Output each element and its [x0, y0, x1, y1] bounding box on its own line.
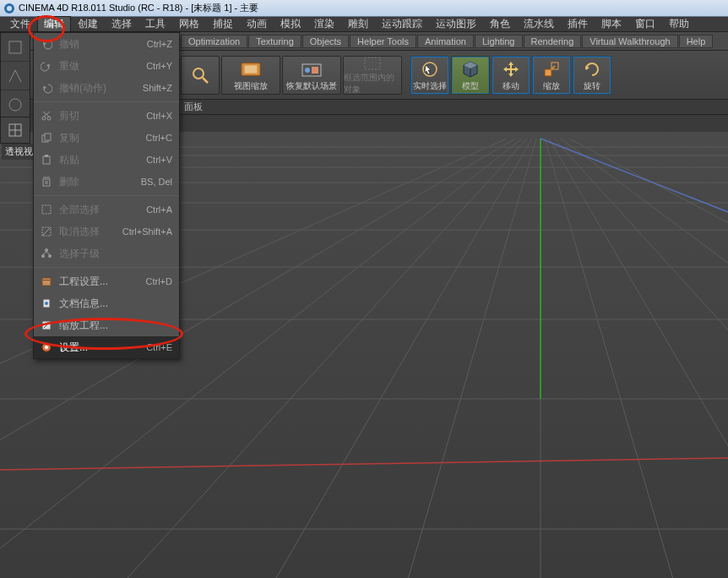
menu-item-label: 撤销(动作) [59, 81, 143, 95]
menu-创建[interactable]: 创建 [71, 16, 105, 32]
menu-网格[interactable]: 网格 [172, 16, 206, 32]
reset-view-button[interactable]: 视图缩放 [221, 56, 280, 95]
model-mode-button[interactable]: 模型 [451, 56, 490, 95]
mode-tab-virtual-walkthrough[interactable]: Virtual Walkthrough [582, 35, 677, 48]
mode-tab-rendering[interactable]: Rendering [524, 35, 582, 48]
svg-rect-62 [42, 278, 51, 286]
menu-item-select-children: 选择子级 [34, 243, 179, 264]
svg-line-13 [551, 66, 555, 69]
reset-view-label: 视图缩放 [234, 80, 268, 92]
svg-line-56 [42, 227, 51, 236]
svg-point-69 [45, 346, 48, 349]
frame-icon [240, 58, 262, 80]
menu-捕捉[interactable]: 捕捉 [206, 16, 240, 32]
mode-tab-help[interactable]: Help [679, 35, 714, 48]
scale-tool-button[interactable]: 缩放 [532, 56, 571, 95]
menu-帮助[interactable]: 帮助 [662, 16, 696, 32]
menu-角色[interactable]: 角色 [483, 16, 517, 32]
left-tool-palette [0, 32, 30, 120]
doc-info-icon [39, 296, 54, 311]
menu-选择[interactable]: 选择 [105, 16, 139, 32]
menu-item-undo-action: 撤销(动作)Shift+Z [34, 77, 179, 99]
menu-运动图形[interactable]: 运动图形 [429, 16, 483, 32]
live-select-button[interactable]: 实时选择 [410, 56, 449, 95]
svg-rect-5 [245, 65, 258, 73]
menu-item-redo: 重做Ctrl+Y [34, 55, 179, 77]
menu-item-select-all: 全部选择Ctrl+A [34, 199, 179, 221]
tool-slot-1[interactable] [1, 33, 30, 62]
svg-line-44 [44, 112, 50, 117]
menu-item-label: 剪切 [59, 109, 146, 123]
grid-icon[interactable] [1, 117, 30, 143]
menu-item-label: 工程设置... [59, 275, 146, 289]
edit-menu-dropdown: 撤销Ctrl+Z重做Ctrl+Y撤销(动作)Shift+Z剪切Ctrl+X复制C… [33, 32, 180, 359]
svg-line-60 [43, 252, 46, 254]
magnifier-icon [189, 64, 211, 86]
restore-scene-label: 恢复默认场景 [286, 80, 337, 92]
menu-流水线[interactable]: 流水线 [517, 16, 561, 32]
move-tool-button[interactable]: 移动 [492, 56, 530, 95]
menu-item-shortcut: Shift+Z [143, 83, 172, 93]
mode-tab-animation[interactable]: Animation [417, 35, 474, 48]
svg-rect-47 [45, 134, 51, 140]
svg-rect-49 [45, 155, 48, 157]
svg-point-1 [7, 6, 12, 11]
tool-slot-3[interactable] [1, 90, 30, 119]
move-arrows-icon [500, 58, 522, 80]
menu-渲染[interactable]: 渲染 [307, 16, 341, 32]
menu-动画[interactable]: 动画 [240, 16, 274, 32]
menu-雕刻[interactable]: 雕刻 [341, 16, 375, 32]
cut-icon [39, 108, 54, 123]
menu-item-scale-project[interactable]: 缩放工程... [34, 314, 179, 336]
preferences-icon [39, 340, 54, 355]
app-icon [3, 3, 15, 14]
menu-separator [34, 267, 179, 268]
menu-item-delete: 删除BS, Del [34, 171, 179, 193]
svg-line-3 [203, 78, 208, 83]
menu-item-shortcut: Ctrl+D [146, 276, 172, 286]
menu-运动跟踪[interactable]: 运动跟踪 [375, 16, 429, 32]
svg-rect-11 [545, 69, 551, 76]
menu-脚本[interactable]: 脚本 [595, 16, 628, 32]
svg-point-2 [193, 68, 204, 79]
menu-item-shortcut: Ctrl+E [146, 342, 172, 352]
target-icon [361, 55, 383, 72]
zoom-tool-button[interactable] [181, 56, 220, 95]
move-tool-label: 移动 [503, 80, 519, 92]
cursor-icon [419, 58, 441, 80]
mode-tab-texturing[interactable]: Texturing [248, 35, 302, 48]
menu-item-shortcut: Ctrl+A [146, 204, 172, 215]
mode-tab-objects[interactable]: Objects [302, 35, 349, 48]
menu-item-preferences[interactable]: 设置...Ctrl+E [34, 336, 179, 358]
menu-模拟[interactable]: 模拟 [274, 16, 307, 32]
menu-插件[interactable]: 插件 [561, 16, 595, 32]
menu-item-label: 全部选择 [59, 203, 146, 217]
svg-point-58 [41, 254, 45, 258]
menu-item-shortcut: Ctrl+Shift+A [122, 226, 172, 237]
menu-item-deselect: 取消选择Ctrl+Shift+A [34, 221, 179, 243]
menu-item-shortcut: Ctrl+C [146, 133, 172, 143]
menu-窗口[interactable]: 窗口 [628, 16, 662, 32]
menu-bar: 文件编辑创建选择工具网格捕捉动画模拟渲染雕刻运动跟踪运动图形角色流水线插件脚本窗… [0, 17, 728, 32]
menu-item-label: 设置... [59, 341, 146, 355]
select-all-icon [39, 202, 54, 217]
tool-slot-2[interactable] [1, 62, 30, 90]
menu-文件[interactable]: 文件 [3, 16, 37, 32]
rotate-tool-button[interactable]: 旋转 [573, 56, 611, 95]
menu-编辑[interactable]: 编辑 [37, 16, 71, 32]
menu-item-label: 选择子级 [59, 247, 172, 261]
menu-工具[interactable]: 工具 [139, 16, 172, 32]
svg-rect-54 [42, 205, 51, 214]
menu-item-project-settings[interactable]: 工程设置...Ctrl+D [34, 270, 179, 292]
rotate-icon [581, 58, 603, 80]
mode-tab-lighting[interactable]: Lighting [475, 35, 523, 48]
mode-tab-helper-tools[interactable]: Helper Tools [350, 35, 416, 48]
svg-rect-37 [9, 41, 21, 53]
restore-scene-button[interactable]: 恢复默认场景 [282, 56, 341, 95]
menu-item-doc-info[interactable]: 文档信息... [34, 292, 179, 314]
menu-item-label: 撤销 [59, 37, 147, 52]
model-mode-label: 模型 [462, 80, 479, 92]
mode-tab-optimization[interactable]: Optimization [181, 35, 247, 48]
cube-icon [459, 58, 481, 80]
svg-rect-48 [43, 156, 50, 164]
